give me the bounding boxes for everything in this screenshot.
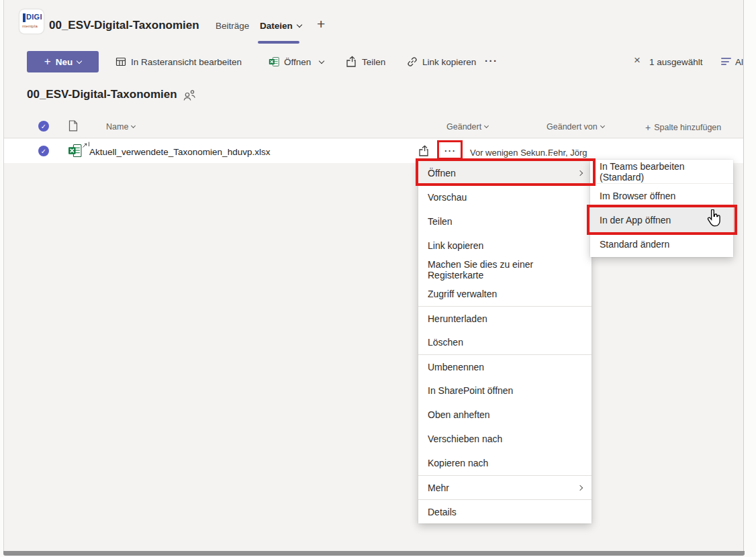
file-modified: Vor wenigen Sekun... <box>470 148 553 158</box>
chevron-down-icon <box>600 123 605 128</box>
grid-view-button[interactable]: In Rasteransicht bearbeiten <box>131 57 242 67</box>
section-title: 00_ESV-Digital-Taxonomien <box>27 88 177 101</box>
teams-window: DIGI ntentpla 00_ESV-Digital-Taxonomien … <box>3 0 744 551</box>
excel-icon <box>269 56 279 70</box>
plus-icon: + <box>645 122 651 133</box>
menu-item-herunterladen[interactable]: Herunterladen <box>418 306 592 330</box>
context-menu: Öffnen Vorschau Teilen Link kopieren Mac… <box>418 161 592 523</box>
active-tab-underline <box>258 41 299 44</box>
share-icon <box>345 56 357 70</box>
share-button[interactable]: Teilen <box>362 57 385 67</box>
new-button[interactable]: + Neu <box>27 51 99 72</box>
menu-item-umbenennen[interactable]: Umbenennen <box>418 354 592 378</box>
submenu-item-browser-oeffnen[interactable]: Im Browser öffnen <box>590 184 733 208</box>
chevron-down-icon <box>297 22 302 28</box>
row-more-button[interactable]: ··· <box>444 146 457 156</box>
menu-item-verschieben-nach[interactable]: Verschieben nach <box>418 427 592 451</box>
plus-icon: + <box>44 55 51 68</box>
tab-beitraege[interactable]: Beiträge <box>216 21 249 31</box>
copy-link-button[interactable]: Link kopieren <box>422 57 476 67</box>
menu-item-oben-anheften[interactable]: Oben anheften <box>418 403 592 427</box>
add-column-button[interactable]: + Spalte hinzufügen <box>645 122 721 133</box>
file-modified-by: Fehr, Jörg <box>548 148 587 158</box>
menu-item-vorschau[interactable]: Vorschau <box>418 185 592 209</box>
submenu-item-standard-aendern[interactable]: Standard ändern <box>590 232 733 256</box>
grid-icon <box>115 56 126 70</box>
menu-item-registerkarte[interactable]: Machen Sie dies zu einer Registerkarte <box>418 258 592 282</box>
logo-subtext: ntentpla <box>22 24 38 28</box>
menu-item-zugriff-verwalten[interactable]: Zugriff verwalten <box>418 282 592 306</box>
select-all-checkbox[interactable]: ✓ <box>38 121 49 132</box>
logo-bar <box>23 13 26 22</box>
column-header-name[interactable]: Name <box>106 122 135 132</box>
toolbar-more-button[interactable]: ··· <box>485 55 498 66</box>
tab-dateien[interactable]: Dateien <box>260 21 301 31</box>
document-icon <box>68 120 78 134</box>
chevron-right-icon <box>577 170 583 176</box>
team-logo: DIGI ntentpla <box>19 9 44 34</box>
column-header-modified-by[interactable]: Geändert von <box>547 122 604 132</box>
column-header-modified[interactable]: Geändert <box>446 122 488 132</box>
menu-item-sharepoint[interactable]: In SharePoint öffnen <box>418 378 592 403</box>
submenu-item-teams-bearbeiten[interactable]: In Teams bearbeiten (Standard) <box>590 160 733 184</box>
menu-item-details[interactable]: Details <box>418 499 592 523</box>
link-icon <box>406 56 418 70</box>
chevron-down-icon <box>484 123 489 128</box>
team-title: 00_ESV-Digital-Taxonomien <box>49 19 199 32</box>
checkmark-icon: ✓ <box>41 123 46 130</box>
chevron-down-icon[interactable] <box>319 58 324 64</box>
chevron-down-icon <box>77 58 82 63</box>
menu-item-teilen[interactable]: Teilen <box>418 209 592 234</box>
excel-file-icon <box>68 144 82 160</box>
menu-item-kopieren-nach[interactable]: Kopieren nach <box>418 451 592 475</box>
window-bottom-edge <box>3 551 745 556</box>
open-button[interactable]: Öffnen <box>284 57 311 67</box>
menu-item-loeschen[interactable]: Löschen <box>418 330 592 354</box>
filter-icon <box>721 58 731 67</box>
chevron-right-icon <box>577 485 583 490</box>
menu-item-mehr[interactable]: Mehr <box>418 475 592 499</box>
logo-text: DIGI <box>26 13 42 21</box>
add-tab-button[interactable]: + <box>317 16 325 32</box>
open-submenu: In Teams bearbeiten (Standard) Im Browse… <box>590 160 733 257</box>
menu-item-oeffnen[interactable]: Öffnen <box>418 161 592 185</box>
row-checkbox[interactable]: ✓ <box>38 146 49 156</box>
screen: DIGI ntentpla 00_ESV-Digital-Taxonomien … <box>0 0 756 557</box>
close-icon[interactable]: × <box>634 54 641 67</box>
people-icon[interactable] <box>183 89 197 105</box>
checkmark-icon: ✓ <box>41 148 46 155</box>
hand-cursor-icon <box>707 209 721 230</box>
chevron-down-icon <box>131 123 136 128</box>
share-icon[interactable] <box>418 145 430 160</box>
selected-count: 1 ausgewählt <box>649 57 703 67</box>
file-name[interactable]: Aktuell_verwendete_Taxonomien_hduvp.xlsx <box>89 147 270 157</box>
view-selector[interactable]: Alle <box>735 57 744 67</box>
menu-item-link-kopieren[interactable]: Link kopieren <box>418 234 592 258</box>
